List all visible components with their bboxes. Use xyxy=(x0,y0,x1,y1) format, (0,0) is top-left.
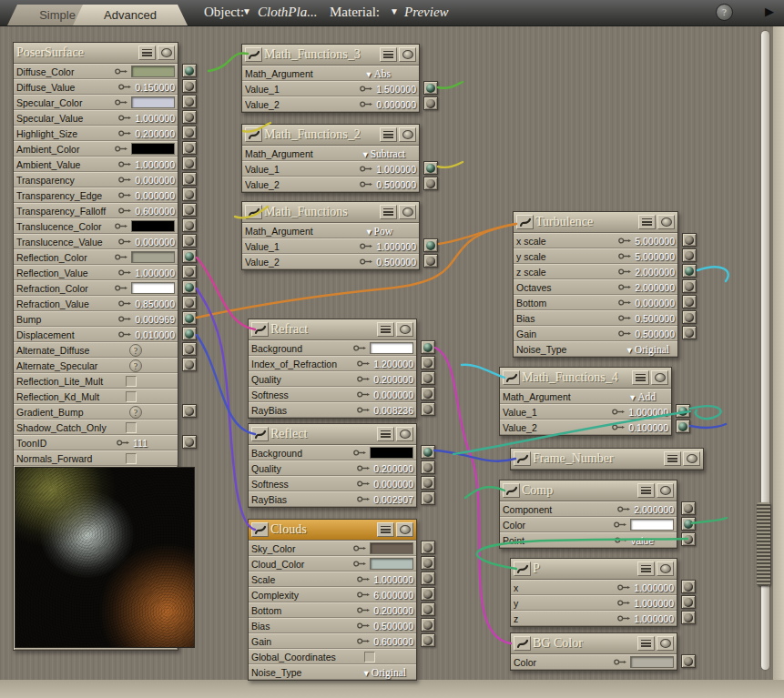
preview-toggle-icon[interactable] xyxy=(158,46,175,60)
node-menu-icon[interactable] xyxy=(664,451,681,466)
menu-select[interactable]: ▼Add xyxy=(628,391,656,402)
key-icon[interactable] xyxy=(357,359,371,368)
plug-transparency-edge[interactable] xyxy=(182,187,197,201)
key-icon[interactable] xyxy=(115,67,128,76)
param-value[interactable]: 0.002907 xyxy=(373,494,413,505)
scrollbar-thumb[interactable] xyxy=(757,502,770,586)
key-icon[interactable] xyxy=(617,505,631,513)
key-icon[interactable] xyxy=(618,329,632,338)
param-value[interactable]: 0.200000 xyxy=(373,463,413,474)
param-value[interactable]: 0.000000 xyxy=(135,190,175,201)
plug-value-2[interactable] xyxy=(423,96,438,110)
node-menu-icon[interactable] xyxy=(637,636,655,651)
plug-x[interactable] xyxy=(681,580,696,593)
node-menu-icon[interactable] xyxy=(377,427,394,441)
param-value[interactable]: 0.008236 xyxy=(373,405,413,416)
key-icon[interactable] xyxy=(117,439,130,447)
color-swatch[interactable] xyxy=(131,143,175,155)
param-value[interactable]: 1.000000 xyxy=(634,582,674,593)
plug-value-2[interactable] xyxy=(423,177,438,190)
plug-quality[interactable] xyxy=(421,460,435,474)
node-output-anchor-icon[interactable] xyxy=(516,215,534,229)
key-icon[interactable] xyxy=(115,222,128,230)
param-value[interactable]: 111 xyxy=(133,438,148,449)
plug-index-of-refraction[interactable] xyxy=(421,356,435,369)
node-menu-icon[interactable] xyxy=(632,370,649,385)
node-header-comp[interactable]: Comp xyxy=(500,481,677,501)
checkbox[interactable] xyxy=(126,391,137,402)
plug-background[interactable] xyxy=(421,340,435,354)
menu-select[interactable]: ▼Pow xyxy=(365,226,392,237)
key-icon[interactable] xyxy=(115,145,128,153)
node-output-anchor-icon[interactable] xyxy=(245,127,262,142)
node-menu-icon[interactable] xyxy=(637,483,655,498)
key-icon[interactable] xyxy=(353,560,367,568)
plug-highlight-size[interactable] xyxy=(182,126,197,139)
plug-complexity[interactable] xyxy=(421,587,435,601)
key-icon[interactable] xyxy=(357,637,371,645)
key-icon[interactable] xyxy=(118,268,132,277)
key-icon[interactable] xyxy=(118,207,132,215)
param-value[interactable]: 0.000000 xyxy=(135,175,175,186)
menu-select[interactable]: ▼Original xyxy=(362,667,406,678)
material-dropdown-icon[interactable]: ▼ xyxy=(390,6,399,16)
key-icon[interactable] xyxy=(118,299,132,308)
param-value[interactable]: 2.000000 xyxy=(635,267,675,278)
plug-translucence-color[interactable] xyxy=(182,218,197,232)
key-icon[interactable] xyxy=(617,614,631,622)
node-output-anchor-icon[interactable] xyxy=(245,47,262,62)
node-output-anchor-icon[interactable] xyxy=(245,205,262,219)
plug-bias[interactable] xyxy=(421,618,435,632)
param-value[interactable]: 0.500000 xyxy=(373,621,413,632)
node-output-anchor-icon[interactable] xyxy=(503,370,520,385)
node-menu-icon[interactable] xyxy=(637,561,655,576)
key-icon[interactable] xyxy=(612,408,626,416)
key-icon[interactable] xyxy=(618,314,632,322)
plug-alternate-diffuse[interactable] xyxy=(182,342,197,356)
node-output-anchor-icon[interactable] xyxy=(514,451,531,466)
panel-arrow-icon[interactable]: ▶ xyxy=(765,5,774,18)
param-value[interactable]: 1.500000 xyxy=(376,84,416,95)
key-icon[interactable] xyxy=(617,583,631,592)
param-value[interactable]: 0.600000 xyxy=(135,206,175,217)
menu-select[interactable]: ▼Subtract xyxy=(361,148,405,159)
query-button[interactable]: ? xyxy=(129,344,142,357)
node-header-math_functions_2[interactable]: Math_Functions_2 xyxy=(242,125,419,146)
key-icon[interactable] xyxy=(612,423,626,431)
param-value[interactable]: 1.000000 xyxy=(376,164,416,175)
plug-z[interactable] xyxy=(681,611,696,624)
param-value[interactable]: value xyxy=(631,535,654,546)
param-value[interactable]: 1.000000 xyxy=(135,113,175,124)
node-output-anchor-icon[interactable] xyxy=(514,636,531,651)
node-menu-icon[interactable] xyxy=(138,46,156,60)
param-value[interactable]: 1.000000 xyxy=(628,407,668,418)
param-value[interactable]: 6.000000 xyxy=(373,590,413,601)
param-value[interactable]: 1.000000 xyxy=(634,598,674,609)
checkbox[interactable] xyxy=(126,453,137,464)
plug-value-2[interactable] xyxy=(676,420,690,433)
plug-quality[interactable] xyxy=(421,371,435,385)
param-value[interactable]: 0.000000 xyxy=(135,237,175,248)
plug-ambient-value[interactable] xyxy=(182,157,197,170)
key-icon[interactable] xyxy=(118,238,132,246)
key-icon[interactable] xyxy=(118,83,132,91)
plug-alternate-specular[interactable] xyxy=(182,358,197,371)
param-value[interactable]: 1.200000 xyxy=(373,359,413,369)
material-value[interactable]: Preview xyxy=(404,5,449,20)
key-icon[interactable] xyxy=(357,480,371,488)
plug-raybias[interactable] xyxy=(421,491,435,505)
param-value[interactable]: 5.000000 xyxy=(635,251,675,262)
node-menu-icon[interactable] xyxy=(380,47,397,62)
plug-transparency[interactable] xyxy=(182,172,197,186)
node-header-turbulence[interactable]: Turbulence xyxy=(514,212,677,233)
key-icon[interactable] xyxy=(618,298,632,307)
plug-value-1[interactable] xyxy=(423,161,438,175)
plug-translucence-value[interactable] xyxy=(182,234,197,248)
param-value[interactable]: 0.200000 xyxy=(373,374,413,385)
param-value[interactable]: 0.850000 xyxy=(135,298,175,309)
shader-node-canvas[interactable]: PoserSurfaceDiffuse_ColorDiffuse_Value0.… xyxy=(0,25,773,680)
object-dropdown-icon[interactable]: ▼ xyxy=(242,6,251,16)
plug-background[interactable] xyxy=(421,445,435,459)
key-icon[interactable] xyxy=(357,575,371,583)
plug-cloud-color[interactable] xyxy=(421,556,435,570)
